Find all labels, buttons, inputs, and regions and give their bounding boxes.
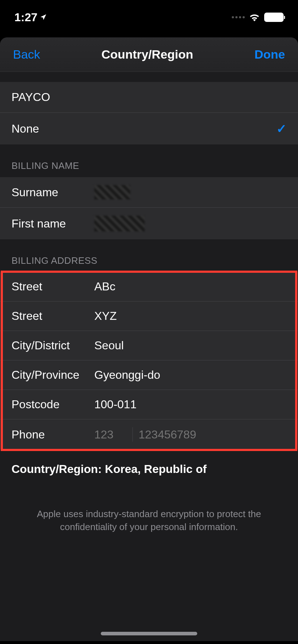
phone-number-input[interactable] — [139, 428, 286, 441]
done-button[interactable]: Done — [254, 47, 285, 61]
surname-row: Surname — [0, 177, 298, 208]
battery-icon — [264, 13, 284, 22]
country-region-value: Korea, Republic of — [105, 463, 207, 475]
settings-sheet: Back Country/Region Done PAYCO None ✓ BI… — [0, 37, 298, 641]
payment-option-payco[interactable]: PAYCO — [0, 82, 298, 113]
cellular-icon — [232, 16, 245, 18]
city-province-row: City/Province — [0, 360, 298, 390]
checkmark-icon: ✓ — [276, 121, 286, 136]
payment-option-label: None — [12, 122, 276, 135]
status-time: 1:27 — [14, 11, 47, 24]
home-indicator[interactable] — [101, 632, 197, 635]
location-icon — [40, 14, 47, 21]
status-right — [232, 13, 284, 22]
street1-label: Street — [12, 280, 94, 293]
surname-label: Surname — [12, 186, 94, 199]
phone-label: Phone — [12, 428, 94, 441]
firstname-row: First name — [0, 208, 298, 239]
street1-row: Street — [0, 272, 298, 302]
billing-address-group: Street Street City/District City/Provinc… — [0, 272, 298, 450]
back-button[interactable]: Back — [13, 47, 40, 61]
city-district-input[interactable] — [94, 339, 286, 352]
phone-divider — [132, 427, 133, 442]
postcode-input[interactable] — [94, 398, 286, 411]
billing-name-header: BILLING NAME — [0, 144, 298, 177]
firstname-redacted[interactable] — [94, 216, 145, 231]
city-province-input[interactable] — [94, 368, 286, 382]
payment-option-none[interactable]: None ✓ — [0, 113, 298, 144]
payment-option-label: PAYCO — [12, 91, 286, 104]
firstname-label: First name — [12, 217, 94, 230]
country-region-label: Country/Region: — [12, 463, 105, 475]
phone-prefix-input[interactable] — [94, 428, 127, 441]
encryption-notice: Apple uses industry-standard encryption … — [0, 489, 298, 552]
phone-inputs — [94, 427, 286, 442]
country-region-row[interactable]: Country/Region: Korea, Republic of — [0, 450, 298, 489]
city-district-label: City/District — [12, 339, 94, 352]
wifi-icon — [249, 13, 260, 22]
nav-bar: Back Country/Region Done — [0, 37, 298, 72]
billing-name-group: Surname First name — [0, 177, 298, 239]
billing-address-header: BILLING ADDRESS — [0, 239, 298, 272]
phone-row: Phone — [0, 419, 298, 450]
postcode-row: Postcode — [0, 390, 298, 419]
status-bar: 1:27 — [0, 0, 298, 32]
street2-row: Street — [0, 302, 298, 331]
page-title: Country/Region — [101, 47, 193, 61]
postcode-label: Postcode — [12, 398, 94, 411]
city-district-row: City/District — [0, 331, 298, 360]
street2-input[interactable] — [94, 309, 286, 323]
surname-redacted[interactable] — [94, 185, 130, 199]
street1-input[interactable] — [94, 280, 286, 293]
street2-label: Street — [12, 309, 94, 323]
payment-options-group: PAYCO None ✓ — [0, 82, 298, 144]
city-province-label: City/Province — [12, 368, 94, 382]
time-text: 1:27 — [14, 11, 37, 24]
